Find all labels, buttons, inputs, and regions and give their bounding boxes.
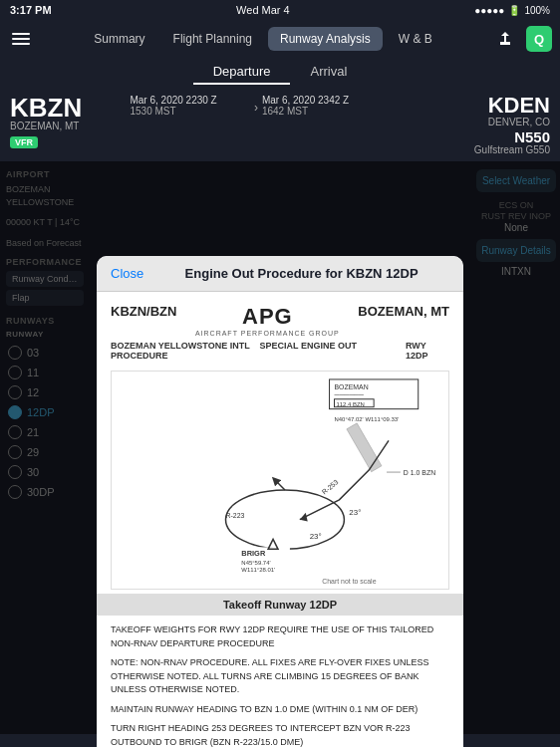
signal-icon: ●●●●● xyxy=(474,5,504,16)
vfr-badge: VFR xyxy=(10,136,38,148)
apg-city: BOZEMAN, MT xyxy=(358,304,449,319)
sub-tabs: Departure Arrival xyxy=(0,58,560,89)
tab-departure[interactable]: Departure xyxy=(193,60,291,85)
svg-text:BOZEMAN: BOZEMAN xyxy=(335,383,369,390)
departure-date: Mar 6, 2020 2230 Z xyxy=(130,95,249,106)
departure-time-block: Mar 6, 2020 2230 Z 1530 MST xyxy=(130,95,249,117)
takeoff-header: Takeoff Runway 12DP xyxy=(97,594,463,616)
tab-wb[interactable]: W & B xyxy=(387,27,444,51)
nav-icons: Q xyxy=(492,26,552,52)
arrival-code: KDEN xyxy=(382,95,550,117)
svg-text:Chart not to scale: Chart not to scale xyxy=(322,578,376,585)
procedure-image: BOZEMAN ────── 112.4 BZN N40°47.02' W111… xyxy=(97,367,463,594)
departure-block: KBZN BOZEMAN, MT VFR xyxy=(10,95,130,149)
svg-text:W111°28.01': W111°28.01' xyxy=(241,567,275,573)
proc-text-3: TURN RIGHT HEADING 253 DEGREES TO INTERC… xyxy=(111,722,449,747)
aircraft-type: Gulfstream G550 xyxy=(382,144,550,155)
svg-text:23°: 23° xyxy=(310,532,322,541)
nav-tabs: Summary Flight Planning Runway Analysis … xyxy=(40,27,486,51)
arrival-time-block: Mar 6, 2020 2342 Z 1642 MST xyxy=(262,95,382,117)
arrow-icon: › xyxy=(250,95,262,115)
user-avatar[interactable]: Q xyxy=(526,26,552,52)
apg-icao: KBZN/BZN xyxy=(111,304,176,319)
status-right: ●●●●● 🔋 100% xyxy=(474,5,550,16)
tab-runway-analysis[interactable]: Runway Analysis xyxy=(268,27,383,51)
status-bar: 3:17 PM Wed Mar 4 ●●●●● 🔋 100% xyxy=(0,0,560,20)
proc-text-1: NOTE: NON-RNAV PROCEDURE. ALL FIXES ARE … xyxy=(111,656,449,697)
apg-logo: APG AIRCRAFT PERFORMANCE GROUP xyxy=(195,304,340,337)
proc-text-0: TAKEOFF WEIGHTS FOR RWY 12DP REQUIRE THE… xyxy=(111,623,449,650)
takeoff-text: TAKEOFF WEIGHTS FOR RWY 12DP REQUIRE THE… xyxy=(97,616,463,747)
modal-close-button[interactable]: Close xyxy=(111,266,143,281)
departure-local: 1530 MST xyxy=(130,106,249,117)
svg-text:N45°59.74': N45°59.74' xyxy=(241,560,270,566)
svg-text:D 1.0 BZN: D 1.0 BZN xyxy=(404,469,435,476)
tab-flight-planning[interactable]: Flight Planning xyxy=(161,27,264,51)
modal-body: KBZN/BZN APG AIRCRAFT PERFORMANCE GROUP … xyxy=(97,292,463,747)
svg-text:──────: ────── xyxy=(334,391,365,398)
svg-text:112.4  BZN: 112.4 BZN xyxy=(336,401,364,407)
arrival-local: 1642 MST xyxy=(262,106,382,117)
share-button[interactable] xyxy=(492,26,518,52)
engine-out-modal: Close Engine Out Procedure for KBZN 12DP… xyxy=(97,256,463,747)
tab-arrival[interactable]: Arrival xyxy=(290,60,367,85)
apg-logo-text: APG xyxy=(242,304,293,330)
apg-right: BOZEMAN, MT xyxy=(358,304,449,319)
battery-icon: 🔋 xyxy=(508,5,520,16)
modal-title: Engine Out Procedure for KBZN 12DP xyxy=(153,266,449,281)
modal-header: Close Engine Out Procedure for KBZN 12DP xyxy=(97,256,463,292)
apg-subtitle: BOZEMAN YELLOWSTONE INTL SPECIAL ENGINE … xyxy=(97,341,463,367)
aircraft-reg: N550 xyxy=(382,129,550,144)
arrival-city: DENVER, CO xyxy=(382,117,550,127)
departure-city: BOZEMAN, MT xyxy=(10,121,130,131)
main-content: Airport BOZEMAN YELLOWSTONE 00000 KT T |… xyxy=(0,161,560,734)
svg-text:R-223: R-223 xyxy=(226,512,245,519)
apg-left: KBZN/BZN xyxy=(111,304,176,319)
apg-runway-label: RWY 12DP xyxy=(406,341,449,361)
arrival-date: Mar 6, 2020 2342 Z xyxy=(262,95,382,106)
status-time: 3:17 PM xyxy=(10,4,52,16)
proc-text-2: MAINTAIN RUNWAY HEADING TO BZN 1.0 DME (… xyxy=(111,703,449,717)
svg-text:23°: 23° xyxy=(349,508,361,517)
apg-airport-name: BOZEMAN YELLOWSTONE INTL SPECIAL ENGINE … xyxy=(111,341,406,361)
svg-text:BRIGR: BRIGR xyxy=(241,549,266,558)
arrival-block: KDEN DENVER, CO N550 Gulfstream G550 xyxy=(382,95,550,155)
hamburger-menu[interactable] xyxy=(8,29,34,49)
status-day: Wed Mar 4 xyxy=(236,4,290,16)
tab-summary[interactable]: Summary xyxy=(82,27,156,51)
top-nav: Summary Flight Planning Runway Analysis … xyxy=(0,20,560,58)
procedure-svg: BOZEMAN ────── 112.4 BZN N40°47.02' W111… xyxy=(112,372,448,589)
apg-header: KBZN/BZN APG AIRCRAFT PERFORMANCE GROUP … xyxy=(97,292,463,341)
svg-text:N40°47.02' W111°09.33': N40°47.02' W111°09.33' xyxy=(335,416,400,422)
airport-row: KBZN BOZEMAN, MT VFR Mar 6, 2020 2230 Z … xyxy=(0,89,560,161)
battery-pct: 100% xyxy=(524,5,550,16)
apg-logo-sub: AIRCRAFT PERFORMANCE GROUP xyxy=(195,330,340,337)
proc-diagram: BOZEMAN ────── 112.4 BZN N40°47.02' W111… xyxy=(111,371,449,590)
departure-code: KBZN xyxy=(10,95,130,121)
airport-name-text: BOZEMAN YELLOWSTONE INTL xyxy=(111,341,250,351)
modal-overlay: Close Engine Out Procedure for KBZN 12DP… xyxy=(0,161,560,734)
